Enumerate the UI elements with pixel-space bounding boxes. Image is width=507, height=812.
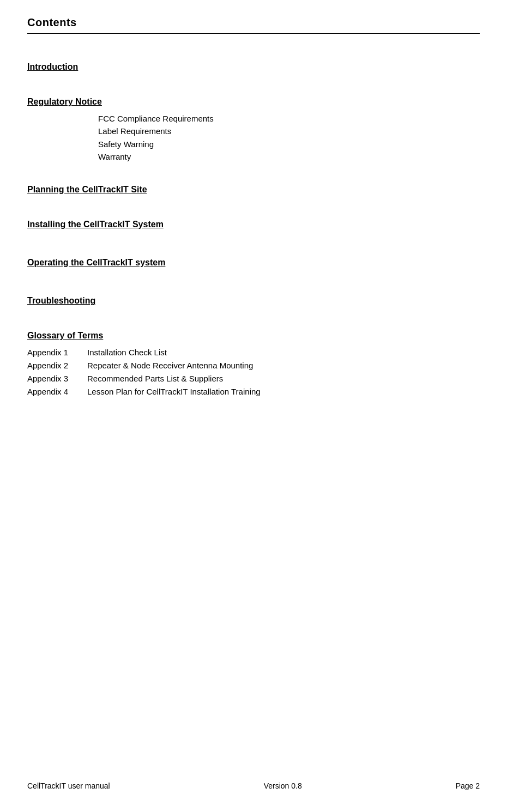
appendix-1-text: Installation Check List <box>87 346 167 359</box>
appendix-item-4: Appendix 4 Lesson Plan for CellTrackIT I… <box>27 385 480 398</box>
glossary-heading[interactable]: Glossary of Terms <box>27 331 103 341</box>
footer-manual-name: CellTrackIT user manual <box>27 781 110 790</box>
page-header: Contents <box>27 16 480 47</box>
introduction-heading[interactable]: Introduction <box>27 62 78 72</box>
section-introduction: Introduction <box>27 52 480 75</box>
section-regulatory-notice: Regulatory Notice FCC Compliance Require… <box>27 87 480 163</box>
section-installing: Installing the CellTrackIT System <box>27 210 480 233</box>
section-troubleshooting: Troubleshooting <box>27 286 480 309</box>
footer-version: Version 0.8 <box>264 781 302 790</box>
appendix-2-label: Appendix 2 <box>27 359 87 372</box>
section-operating: Operating the CellTrackIT system <box>27 248 480 271</box>
page-title: Contents <box>27 16 480 29</box>
page-container: Contents Introduction Regulatory Notice … <box>0 0 507 812</box>
title-divider <box>27 33 480 34</box>
sub-item-safety: Safety Warning <box>98 138 480 150</box>
appendix-2-text: Repeater & Node Receiver Antenna Mountin… <box>87 359 253 372</box>
appendix-item-3: Appendix 3 Recommended Parts List & Supp… <box>27 372 480 385</box>
appendix-item-2: Appendix 2 Repeater & Node Receiver Ante… <box>27 359 480 372</box>
page-footer: CellTrackIT user manual Version 0.8 Page… <box>27 771 480 790</box>
appendix-3-label: Appendix 3 <box>27 372 87 385</box>
appendix-4-text: Lesson Plan for CellTrackIT Installation… <box>87 385 261 398</box>
footer-page-number: Page 2 <box>456 781 480 790</box>
appendix-list: Appendix 1 Installation Check List Appen… <box>27 346 480 398</box>
section-planning: Planning the CellTrackIT Site <box>27 175 480 198</box>
operating-heading[interactable]: Operating the CellTrackIT system <box>27 258 165 268</box>
appendix-4-label: Appendix 4 <box>27 385 87 398</box>
content-body: Introduction Regulatory Notice FCC Compl… <box>27 47 480 771</box>
sub-item-fcc: FCC Compliance Requirements <box>98 112 480 125</box>
sub-item-label: Label Requirements <box>98 125 480 137</box>
section-glossary: Glossary of Terms <box>27 321 480 344</box>
appendix-1-label: Appendix 1 <box>27 346 87 359</box>
appendix-3-text: Recommended Parts List & Suppliers <box>87 372 223 385</box>
sub-item-warranty: Warranty <box>98 150 480 163</box>
installing-heading[interactable]: Installing the CellTrackIT System <box>27 220 164 229</box>
troubleshooting-heading[interactable]: Troubleshooting <box>27 296 95 306</box>
appendix-item-1: Appendix 1 Installation Check List <box>27 346 480 359</box>
regulatory-sub-items: FCC Compliance Requirements Label Requir… <box>98 112 480 163</box>
planning-heading[interactable]: Planning the CellTrackIT Site <box>27 185 147 195</box>
regulatory-notice-heading[interactable]: Regulatory Notice <box>27 97 102 107</box>
